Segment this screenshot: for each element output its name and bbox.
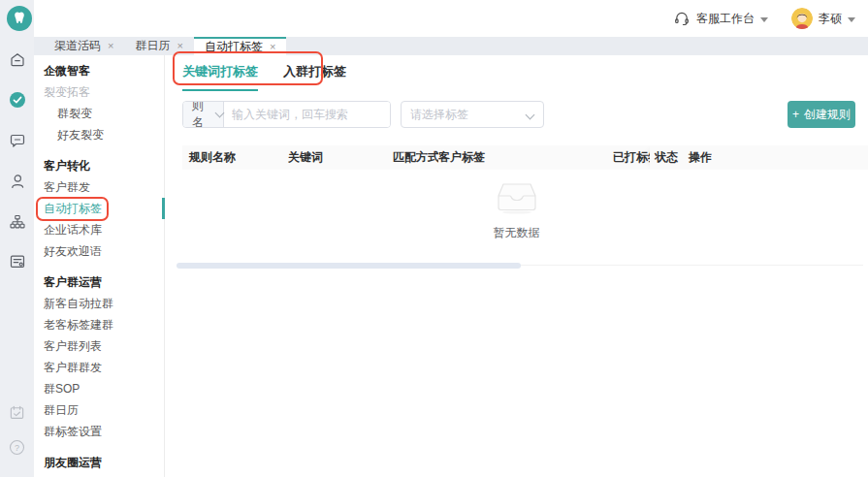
sidebar-item-kehuqunfa[interactable]: 客户群发 <box>34 176 164 198</box>
tooth-logo-icon[interactable] <box>7 6 32 31</box>
rule-name-filter-label: 规则名称 <box>192 101 210 128</box>
user-menu[interactable]: 李硕 <box>791 8 855 29</box>
sidebar-item-huashuku[interactable]: 企业话术库 <box>34 219 164 240</box>
sidebar-item-qunqunfa[interactable]: 客户群群发 <box>34 357 164 378</box>
svg-text:?: ? <box>15 443 19 453</box>
main-content: 关键词打标签 入群打标签 规则名称 请选择标签 + 创建规则 规则名称 <box>165 55 868 477</box>
caret-down-icon <box>848 17 855 22</box>
sidebar-item-qunbiaoqian[interactable]: 群标签设置 <box>34 421 164 442</box>
close-tab-icon[interactable]: × <box>270 42 275 52</box>
content-tabs: 关键词打标签 入群打标签 <box>182 63 346 91</box>
tooth-icon <box>11 10 28 27</box>
filter-row: 规则名称 请选择标签 + 创建规则 <box>182 101 855 128</box>
sidebar-title-zhuanhua: 客户转化 <box>34 155 164 176</box>
window-tab-label: 渠道活码 <box>54 38 101 54</box>
chevron-down-icon <box>526 111 535 120</box>
sidebar-item-label: 自动打标签 <box>44 202 102 215</box>
caret-down-icon <box>760 17 768 22</box>
sidebar: 企微智客 裂变拓客 群裂变 好友裂变 客户转化 客户群发 自动打标签 企业话术库… <box>34 55 165 477</box>
sidebar-item-haoyouliebian[interactable]: 好友裂变 <box>34 124 164 145</box>
chevron-down-icon <box>215 109 225 118</box>
col-match-type: 匹配方式 <box>393 149 438 166</box>
sidebar-item-zidongdabiaoqian[interactable]: 自动打标签 <box>34 198 164 219</box>
window-tab[interactable]: 群日历 × <box>124 37 193 55</box>
customer-icon[interactable] <box>0 173 34 190</box>
sidebar-item-qunliebiao[interactable]: 客户群列表 <box>34 335 164 357</box>
horizontal-scrollbar <box>177 263 863 269</box>
window-tab-bar: 渠道活码 × 群日历 × 自动打标签 × <box>34 37 868 55</box>
col-tagged-count: 已打标签 <box>613 149 650 166</box>
table-header: 规则名称 关键词 匹配方式 客户标签 已打标签 状态 操作 <box>182 145 868 170</box>
help-icon[interactable]: ? <box>0 439 34 457</box>
chat-icon[interactable] <box>0 132 34 149</box>
headset-icon <box>673 10 691 27</box>
org-chart-icon[interactable] <box>0 213 34 231</box>
script-library-icon[interactable] <box>0 253 34 270</box>
close-tab-icon[interactable]: × <box>108 41 113 51</box>
tag-select[interactable]: 请选择标签 <box>401 101 544 128</box>
empty-state-text: 暂无数据 <box>165 225 868 241</box>
col-customer-tag: 客户标签 <box>438 149 613 166</box>
sidebar-item-qunsop[interactable]: 群SOP <box>34 378 164 399</box>
scrollbar-thumb[interactable] <box>177 263 521 269</box>
tab-join-group-tagging[interactable]: 入群打标签 <box>283 63 346 91</box>
window-tab[interactable]: 渠道活码 × <box>44 37 124 55</box>
home-icon[interactable] <box>0 51 34 69</box>
fixed-columns: 状态 操作 <box>650 145 868 170</box>
avatar <box>791 8 813 29</box>
rule-name-filter-dropdown[interactable]: 规则名称 <box>183 102 224 127</box>
sidebar-group-liebian: 裂变拓客 <box>34 81 164 103</box>
plus-icon: + <box>792 108 799 121</box>
keyword-search-input[interactable] <box>224 102 390 127</box>
icon-rail: ? <box>0 0 34 477</box>
user-name: 李硕 <box>819 11 842 27</box>
workbench-menu[interactable]: 客服工作台 <box>673 10 768 27</box>
keyword-search-group: 规则名称 <box>182 101 391 128</box>
sidebar-title-pengyouquan: 朋友圈运营 <box>34 452 164 473</box>
tasks-check-icon[interactable] <box>0 91 34 109</box>
top-bar: 客服工作台 李硕 <box>34 0 868 37</box>
create-rule-label: 创建规则 <box>804 107 851 123</box>
sidebar-item-laokejianqun[interactable]: 老客标签建群 <box>34 314 164 335</box>
app-window: ? 客服工作台 <box>0 0 868 477</box>
active-indicator <box>162 198 165 219</box>
sidebar-item-huanyingyu[interactable]: 好友欢迎语 <box>34 240 164 262</box>
window-tab-label: 自动打标签 <box>205 39 263 55</box>
sidebar-item-xinkelaqun[interactable]: 新客自动拉群 <box>34 293 164 314</box>
create-rule-button[interactable]: + 创建规则 <box>788 101 855 128</box>
sidebar-item-qunrili[interactable]: 群日历 <box>34 399 164 421</box>
tab-keyword-tagging[interactable]: 关键词打标签 <box>182 63 258 91</box>
col-rule-name: 规则名称 <box>182 149 288 166</box>
sidebar-title-qunyunying: 客户群运营 <box>34 271 164 293</box>
sidebar-item-qunliebian[interactable]: 群裂变 <box>34 103 164 124</box>
empty-tray-icon <box>496 179 538 214</box>
tag-select-placeholder: 请选择标签 <box>410 107 468 123</box>
col-status: 状态 <box>650 149 684 166</box>
workbench-label: 客服工作台 <box>696 11 755 27</box>
window-tab-label: 群日历 <box>135 38 170 54</box>
col-keyword: 关键词 <box>288 149 393 166</box>
empty-state: 暂无数据 <box>165 179 868 241</box>
close-tab-icon[interactable]: × <box>177 41 182 51</box>
sidebar-title-qiwei: 企微智客 <box>34 60 164 81</box>
window-tab-active[interactable]: 自动打标签 × <box>194 37 286 55</box>
col-actions: 操作 <box>684 149 712 166</box>
calendar-icon[interactable] <box>0 404 34 422</box>
